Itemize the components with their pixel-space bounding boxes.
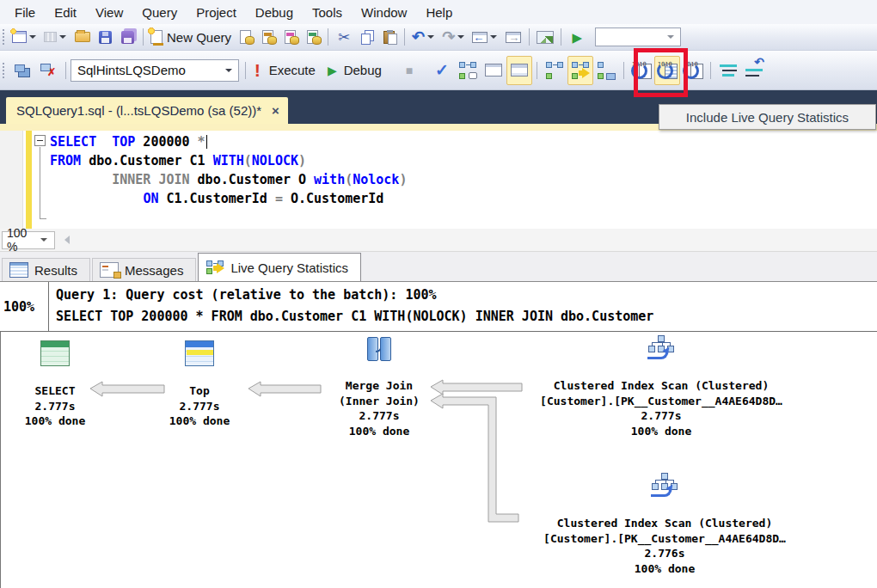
new-project-button[interactable] xyxy=(9,26,41,48)
sql-editor[interactable]: SELECT TOP 200000 *FROM dbo.Customer C1 … xyxy=(0,131,877,229)
menu-item-edit[interactable]: Edit xyxy=(45,1,86,24)
separator xyxy=(143,28,144,46)
menu-item-view[interactable]: View xyxy=(86,1,132,24)
toolbar-grip[interactable] xyxy=(2,62,6,79)
cut-button[interactable]: ✂ xyxy=(333,26,355,48)
save-all-button[interactable] xyxy=(116,26,138,48)
execution-plan-canvas[interactable]: SELECT2.777s100% doneTop2.777s100% doneM… xyxy=(0,332,877,588)
change-connection-button[interactable] xyxy=(35,56,61,85)
uncomment-lines-button[interactable] xyxy=(741,56,767,85)
red-highlight-annotation xyxy=(634,48,688,97)
dropdown-arrow-icon xyxy=(427,35,434,39)
include-live-query-statistics-button[interactable] xyxy=(567,56,593,85)
plan-arrow[interactable] xyxy=(248,382,321,396)
zoom-value: 100 % xyxy=(7,226,38,254)
scissors-icon: ✂ xyxy=(338,30,350,45)
connect-button[interactable] xyxy=(9,56,35,85)
actual-plan-icon xyxy=(545,61,564,80)
display-estimated-plan-button[interactable] xyxy=(455,56,481,85)
results-tab-results[interactable]: Results xyxy=(2,258,90,281)
results-tab-live-query-statistics[interactable]: Live Query Statistics xyxy=(198,253,361,281)
paste-button[interactable] xyxy=(377,26,400,48)
undo-button[interactable]: ↶ xyxy=(409,26,439,48)
modified-lines-bar xyxy=(26,131,32,229)
live-query-statistics-icon xyxy=(571,61,590,80)
separator xyxy=(529,28,530,46)
menu-bar: FileEditViewQueryProjectDebugToolsWindow… xyxy=(0,0,877,24)
debug-continue-button[interactable]: ▶ xyxy=(566,26,588,48)
editor-status-row: 100 % xyxy=(0,229,877,252)
comment-lines-button[interactable] xyxy=(715,56,741,85)
estimated-plan-icon xyxy=(458,61,477,80)
menu-item-debug[interactable]: Debug xyxy=(246,1,303,24)
top-node[interactable]: Top2.777s100% done xyxy=(152,340,247,429)
results-tab-messages[interactable]: Messages xyxy=(92,258,196,281)
mdx-query-button[interactable] xyxy=(256,26,279,48)
menu-item-query[interactable]: Query xyxy=(132,1,187,24)
plan-node-line: 100% done xyxy=(540,424,782,439)
navigate-forward-button[interactable] xyxy=(502,26,524,48)
merge-join-node[interactable]: Merge Join(Inner Join)2.777s100% done xyxy=(326,335,432,438)
scrollbar-left-arrow-icon[interactable] xyxy=(60,231,74,249)
document-tab-title: SQLQuery1.sql - (l...tsLQSDemo (sa (52))… xyxy=(16,103,261,118)
clustered-index-scan-node-1[interactable]: Clustered Index Scan (Clustered)[Custome… xyxy=(491,335,831,438)
save-button[interactable] xyxy=(94,26,116,48)
messages-icon xyxy=(100,262,119,278)
menu-item-project[interactable]: Project xyxy=(187,1,246,24)
select-node[interactable]: SELECT2.777s100% done xyxy=(8,340,102,429)
document-tab[interactable]: SQLQuery1.sql - (l...tsLQSDemo (sa (52))… xyxy=(6,97,288,124)
close-icon[interactable]: × xyxy=(272,103,279,118)
toolbar-grip[interactable] xyxy=(2,28,6,46)
sql-editor-toolbar: SqlHintsLQSDemo ! Execute ▶ Debug ■ ✓ 10… xyxy=(0,51,877,90)
plan-node-line: 2.777s xyxy=(540,408,782,424)
xmla-query-button[interactable] xyxy=(301,26,323,48)
add-item-button-disabled[interactable] xyxy=(41,26,71,48)
comment-lines-icon xyxy=(720,64,737,77)
open-file-button[interactable] xyxy=(71,26,94,48)
parse-button[interactable]: ✓ xyxy=(429,56,455,85)
results-tab-label: Results xyxy=(34,263,77,278)
new-query-button[interactable]: New Query xyxy=(148,26,234,48)
menu-item-tools[interactable]: Tools xyxy=(303,1,352,24)
mdx-query-icon xyxy=(262,30,273,44)
top-node-icon xyxy=(185,340,214,366)
execute-button[interactable]: ! Execute xyxy=(252,56,318,85)
live-query-statistics-icon xyxy=(205,260,224,275)
client-statistics-icon xyxy=(597,61,616,80)
toolbar-combobox[interactable] xyxy=(595,28,681,46)
menu-item-window[interactable]: Window xyxy=(352,1,416,24)
navigate-backward-icon xyxy=(472,32,488,43)
activity-monitor-icon xyxy=(537,31,554,44)
sql-line: ON C1.CustomerId = O.CustomerId xyxy=(50,189,407,208)
include-actual-execution-plan-button[interactable] xyxy=(542,56,567,85)
activity-monitor-button[interactable] xyxy=(534,26,556,48)
undo-icon: ↶ xyxy=(412,29,425,45)
intellisense-enabled-button[interactable] xyxy=(506,56,532,85)
cancel-query-button-disabled[interactable]: ■ xyxy=(396,56,422,85)
menu-item-help[interactable]: Help xyxy=(416,1,462,24)
results-tab-label: Live Query Statistics xyxy=(230,260,348,275)
debug-button[interactable]: ▶ Debug xyxy=(325,56,384,85)
results-tab-label: Messages xyxy=(125,263,183,278)
menu-item-file[interactable]: File xyxy=(5,1,45,24)
dmx-query-button[interactable] xyxy=(279,26,301,48)
clustered-index-scan-node-2[interactable]: Clustered Index Scan (Clustered)[Custome… xyxy=(494,473,835,576)
query-options-button[interactable] xyxy=(481,56,506,85)
zoom-combobox[interactable]: 100 % xyxy=(2,231,55,249)
execute-exclamation-icon: ! xyxy=(255,62,261,79)
navigate-backward-button[interactable] xyxy=(469,26,502,48)
stop-icon: ■ xyxy=(406,64,413,77)
results-icon xyxy=(9,262,28,278)
collapse-region-icon[interactable] xyxy=(34,135,46,146)
new-window-icon xyxy=(12,31,27,43)
redo-button[interactable]: ↷ xyxy=(439,26,469,48)
include-client-statistics-button[interactable] xyxy=(593,56,619,85)
dropdown-arrow-icon xyxy=(29,35,36,39)
intellisense-icon xyxy=(511,64,528,77)
copy-button[interactable] xyxy=(355,26,377,48)
database-engine-query-button[interactable] xyxy=(234,26,256,48)
database-combobox[interactable]: SqlHintsLQSDemo xyxy=(71,59,239,82)
chevron-down-icon xyxy=(667,35,674,39)
dropdown-arrow-icon xyxy=(490,35,497,39)
sql-line: SELECT TOP 200000 * xyxy=(50,132,407,151)
